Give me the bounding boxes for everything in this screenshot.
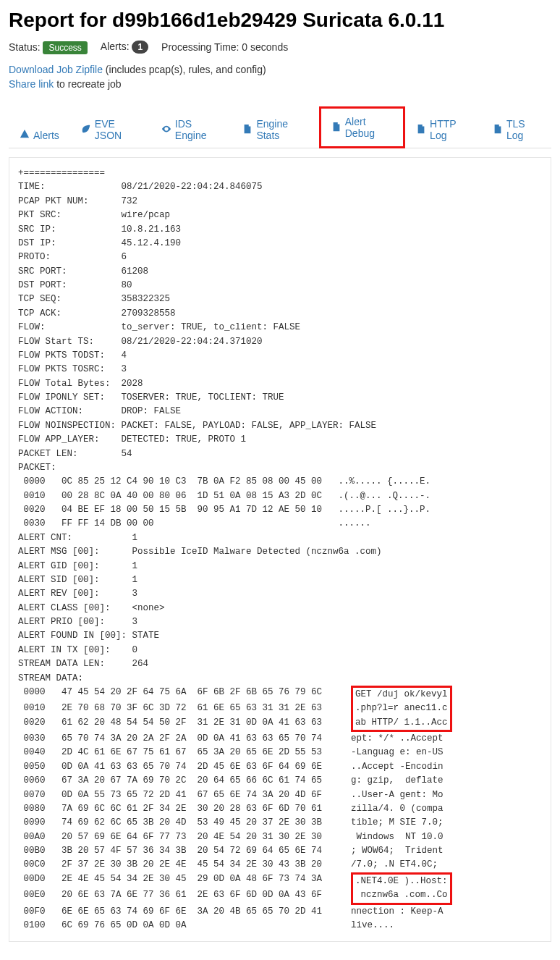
eye-icon [161,124,171,136]
status-badge: Success [43,41,87,54]
page-title: Report for d99b166d1eb29429 Suricata 6.0… [9,9,551,32]
status-label: Status: Success [9,41,88,53]
tab-ids-engine[interactable]: IDS Engine [150,110,232,148]
share-link[interactable]: Share link [9,78,54,90]
alerts-label: Alerts: 1 [101,41,148,54]
download-zip-link[interactable]: Download Job Zipfile [9,64,103,75]
file-icon [242,124,253,136]
leaf-icon [81,124,91,136]
file-icon [331,122,341,134]
tab-tls-log[interactable]: TLS Log [482,110,551,148]
share-line: Share link to recreate job [9,78,551,90]
file-icon [416,124,426,136]
share-suffix: to recreate job [54,78,121,90]
alerts-count-badge: 1 [132,41,148,54]
tab-http-log[interactable]: HTTP Log [405,110,482,148]
tab-alert-debug[interactable]: Alert Debug [319,106,405,148]
tab-alerts[interactable]: Alerts [9,121,70,148]
processing-time: Processing Time: 0 seconds [161,41,288,53]
tab-engine-stats[interactable]: Engine Stats [232,110,318,148]
download-suffix: (includes pcap(s), rules, and config) [103,64,266,75]
tab-bar: Alerts EVE JSON IDS Engine Engine Stats … [9,106,551,148]
warning-icon [20,129,30,141]
tab-eve-json[interactable]: EVE JSON [70,110,150,148]
report-codebox: +=============== TIME: 08/21/2020-22:04:… [9,157,551,942]
download-line: Download Job Zipfile (includes pcap(s), … [9,64,551,75]
status-row: Status: Success Alerts: 1 Processing Tim… [9,41,551,54]
file-icon [493,124,503,136]
